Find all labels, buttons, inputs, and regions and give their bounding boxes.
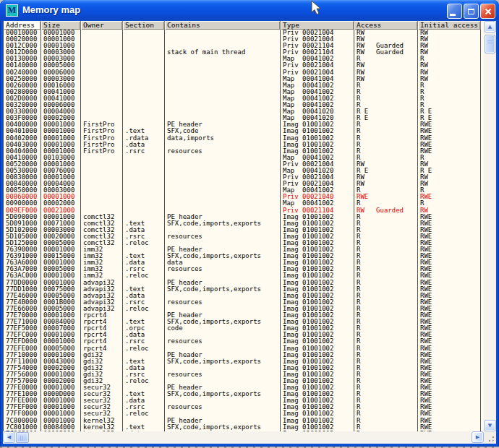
table-row[interactable]: 7639000000001000imm32PE headerImag 01001…	[3, 246, 484, 253]
app-icon[interactable]: M	[6, 4, 18, 17]
table-row[interactable]: 0025000000003000Map 00041004RWRW	[3, 76, 484, 82]
table-row[interactable]: 0041000000103000Map 00041002RR	[3, 155, 484, 161]
hscroll-thumb[interactable]	[16, 432, 29, 443]
minimize-button[interactable]	[447, 4, 462, 19]
table-row[interactable]: 5D10500000020000comctl32.rsrcresourcesIm…	[3, 233, 484, 240]
table-row[interactable]: 0085000000003000Map 00041002RR	[3, 187, 484, 194]
table-row[interactable]: 0052000000001000Priv 00021004RWRW	[3, 161, 484, 168]
resize-grip[interactable]	[484, 431, 496, 444]
cell-address: 76391000	[3, 253, 41, 259]
cell-address: 77E4B000	[3, 299, 41, 306]
table-row[interactable]: 7639100000015000imm32.textSFX,code,impor…	[3, 253, 484, 259]
table-row[interactable]: 0040000000001000FirstProPE headerImag 01…	[3, 121, 484, 128]
cell-address: 00260000	[3, 82, 41, 89]
table-row[interactable]: 77FEE00000001000secur32.dataImag 0100100…	[3, 397, 484, 404]
scroll-up-button[interactable]: ▲	[484, 21, 496, 33]
table-row[interactable]: 0014000000005000Priv 00021004RWRW	[3, 62, 484, 69]
table-row[interactable]: 77FEF00000001000secur32.rsrcresourcesIma…	[3, 404, 484, 410]
column-header-size[interactable]: Size	[41, 21, 81, 30]
table-row[interactable]: 77EF500000007000rpcrt4.orpccodeImag 0100…	[3, 325, 484, 332]
column-header-address[interactable]: Address	[3, 21, 41, 30]
horizontal-scrollbar[interactable]: ◀ ▶	[3, 431, 484, 444]
cell-section	[123, 56, 165, 62]
table-row[interactable]: 763A600000001000imm32.datadataImag 01001…	[3, 259, 484, 266]
table-row[interactable]: 0083000000001000Priv 00021004RWRW	[3, 174, 484, 181]
table-row[interactable]: 0001000000001000Priv 00021004RWRW	[3, 30, 484, 36]
vertical-scrollbar[interactable]: ▲ ▼	[484, 21, 496, 431]
table-row[interactable]: 0024000000006000Priv 00021004RWRW	[3, 69, 484, 76]
table-row[interactable]: 0040200000001000FirstPro.rdatadata,impor…	[3, 135, 484, 142]
cell-owner: secur32	[81, 391, 123, 397]
column-header-initial_access[interactable]: Initial access	[418, 21, 481, 30]
table-row[interactable]: 77F5700000002000gdi32.relocImag 01001002…	[3, 378, 484, 384]
table-row[interactable]: 002D000000041000Map 00041002RR	[3, 95, 484, 102]
table-row[interactable]: 5D12500000005000comctl32.relocImag 01001…	[3, 240, 484, 246]
table-row[interactable]: 0053000000076000Map 00041020R ER E	[3, 168, 484, 174]
close-button[interactable]	[480, 4, 495, 19]
table-row[interactable]: 77F1100000043000gdi32.textSFX,code,impor…	[3, 358, 484, 365]
table-row[interactable]: 0086000000001000Priv 00021040RWERWE	[3, 194, 484, 200]
table-row[interactable]: 77DD000000001000advapi32PE headerImag 01…	[3, 280, 484, 286]
cell-contains: resources	[165, 299, 281, 306]
table-row[interactable]: 77FF000000001000secur32.relocImag 010010…	[3, 410, 484, 417]
table-row[interactable]: 77E4600000005000advapi32.dataImag 010010…	[3, 293, 484, 299]
cell-size: 00015000	[41, 253, 81, 259]
scroll-down-button[interactable]: ▼	[484, 420, 496, 431]
table-row[interactable]: 0084000000004000Priv 00021004RWRW	[3, 181, 484, 187]
table-row[interactable]: 0012C00000001000Priv 00021104RW GuardedR…	[3, 43, 484, 49]
cell-size: 00003000	[41, 76, 81, 82]
table-row[interactable]: 5D10200000003000comctl32.dataImag 010010…	[3, 227, 484, 233]
table-row[interactable]: 77E4B0000001B000advapi32.rsrcresourcesIm…	[3, 299, 484, 306]
table-row[interactable]: 77FE000000001000secur32PE headerImag 010…	[3, 384, 484, 391]
table-row[interactable]: 77E7000000001000rpcrt4PE headerImag 0100…	[3, 312, 484, 319]
title-bar[interactable]: M Memory map	[0, 0, 499, 21]
table-row[interactable]: 0002000000001000Priv 00021004RWRW	[3, 36, 484, 43]
table-row[interactable]: 763AC00000001000imm32.relocImag 01001002…	[3, 272, 484, 279]
table-row[interactable]: 77E6600000005000advapi32.relocImag 01001…	[3, 306, 484, 312]
table-row[interactable]: 0012D00000003000stack of main threadPriv…	[3, 49, 484, 56]
table-row[interactable]: 77EFE00000005000rpcrt4.relocImag 0100100…	[3, 345, 484, 352]
table-row[interactable]: 0040100000001000FirstPro.textSFX,codeIma…	[3, 128, 484, 134]
table-row[interactable]: 5D09000000001000comctl32PE headerImag 01…	[3, 214, 484, 220]
column-header-access[interactable]: Access	[354, 21, 418, 30]
table-row[interactable]: 0040300000001000FirstPro.dataImag 010010…	[3, 142, 484, 148]
table-row[interactable]: 7C80100000084000kernel32.textSFX,code,im…	[3, 424, 484, 431]
cell-section	[123, 174, 165, 181]
cell-section: .reloc	[123, 410, 165, 417]
table-row[interactable]: 0032000000006000Map 00041002RR	[3, 102, 484, 108]
scroll-right-button[interactable]: ▶	[472, 431, 484, 443]
table-row[interactable]: 77F5400000002000gdi32.dataImag 01001002R…	[3, 365, 484, 371]
table-row[interactable]: 5D09100000071000comctl32.textSFX,code,im…	[3, 220, 484, 227]
scroll-left-button[interactable]: ◀	[3, 431, 15, 443]
cell-contains	[165, 174, 281, 181]
vscroll-thumb[interactable]	[485, 35, 495, 53]
cell-access: RWE	[354, 194, 418, 200]
maximize-button[interactable]	[464, 4, 479, 19]
table-row[interactable]: 77FE10000000D000secur32.textSFX,code,imp…	[3, 391, 484, 397]
table-row[interactable]: 0040400000001000FirstPro.rsrcresourcesIm…	[3, 148, 484, 155]
table-row[interactable]: 77EFC00000001000rpcrt4.dataImag 01001002…	[3, 332, 484, 338]
table-row[interactable]: 77E7100000084000rpcrt4.textSFX,code,impo…	[3, 319, 484, 325]
table-row[interactable]: 0026000000016000Map 00041002RR	[3, 82, 484, 89]
table-row[interactable]: 003F000000002000Map 00041020R ER E	[3, 115, 484, 121]
column-header-type[interactable]: Type	[281, 21, 354, 30]
cell-type: Imag 01001002	[281, 121, 354, 128]
cell-address: 5D090000	[3, 214, 41, 220]
table-row[interactable]: 77EFD00000001000rpcrt4.rsrcresourcesImag…	[3, 338, 484, 345]
table-row[interactable]: 009EF00000021000Priv 00021104RW GuardedR…	[3, 207, 484, 214]
table-row[interactable]: 0090000000002000Map 00041002RR	[3, 200, 484, 207]
table-row[interactable]: 77F5600000001000gdi32.rsrcresourcesImag …	[3, 371, 484, 378]
column-header-owner[interactable]: Owner	[81, 21, 123, 30]
table-row[interactable]: 0013000000003000Map 00041002RR	[3, 56, 484, 62]
column-header-section[interactable]: Section	[123, 21, 165, 30]
table-row[interactable]: 77F1000000001000gdi32PE headerImag 01001…	[3, 352, 484, 358]
cell-size: 00001000	[41, 148, 81, 155]
cell-type: Imag 01001002	[281, 338, 354, 345]
table-row[interactable]: 7C80000000001000kernel32PE headerImag 01…	[3, 418, 484, 424]
table-row[interactable]: 0033000000004000Map 00041020R ER E	[3, 108, 484, 115]
table-row[interactable]: 763A700000005000imm32.rsrcresourcesImag …	[3, 266, 484, 272]
table-row[interactable]: 77DD100000075000advapi32.textSFX,code,im…	[3, 286, 484, 293]
table-row[interactable]: 0028000000041000Map 00041002RR	[3, 89, 484, 95]
cell-contains	[165, 56, 281, 62]
column-header-contains[interactable]: Contains	[165, 21, 281, 30]
